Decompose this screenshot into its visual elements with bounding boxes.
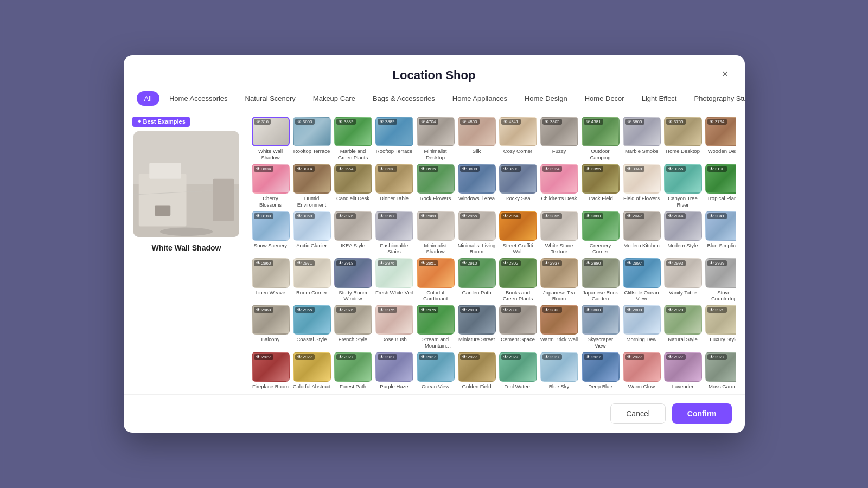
grid-item-44[interactable]: 👁 2910Garden Path — [458, 258, 496, 302]
grid-item-label-54: French Style — [339, 336, 367, 342]
grid-item-17[interactable]: 👁 3515Rock Flowers — [417, 164, 455, 208]
tab-photography-studio[interactable]: Photography Studio — [686, 91, 744, 106]
grid-item-52[interactable]: 👁 2960Balcony — [252, 305, 290, 349]
grid-item-56[interactable]: 👁 2975Stream and Mountain Serenity — [417, 305, 455, 349]
grid-item-3[interactable]: 👁 3889Rooftop Terrace — [375, 117, 413, 160]
grid-item-55[interactable]: 👁 2975Rose Bush — [375, 305, 413, 349]
grid-item-75[interactable]: 👁 2927Lavender — [664, 352, 702, 389]
grid-item-19[interactable]: 👁 3608Rocky Sea — [499, 164, 537, 208]
tab-makeup-care[interactable]: Makeup Care — [305, 91, 363, 106]
tab-home-appliances[interactable]: Home Appliances — [445, 91, 515, 106]
grid-item-0[interactable]: 👁 316White Wall Shadow — [252, 117, 290, 160]
tab-bags-accessories[interactable]: Bags & Accessories — [365, 91, 443, 106]
tab-home-decor[interactable]: Home Decor — [577, 91, 632, 106]
grid-item-label-18: Windowsill Area — [458, 195, 495, 201]
grid-item-11[interactable]: 👁 3794Wooden Desk — [705, 117, 736, 160]
grid-item-30[interactable]: 👁 2968Minimalist Shadow — [417, 211, 455, 255]
grid-item-29[interactable]: 👁 2997Fashionable Stairs — [375, 211, 413, 255]
grid-item-label-37: Blue Simplicity — [707, 242, 736, 248]
grid-item-63[interactable]: 👁 2929Luxury Style — [705, 305, 736, 349]
grid-item-60[interactable]: 👁 2800Skyscraper View — [582, 305, 620, 349]
grid-item-65[interactable]: 👁 2927Fireplace Room — [252, 352, 290, 389]
grid-item-46[interactable]: 👁 2937Japanese Tea Room — [540, 258, 578, 302]
grid-item-22[interactable]: 👁 3348Field of Flowers — [623, 164, 661, 208]
tab-natural-scenery[interactable]: Natural Scenery — [238, 91, 303, 106]
grid-item-54[interactable]: 👁 2976French Style — [334, 305, 372, 349]
grid-item-49[interactable]: 👁 2993Vanity Table — [664, 258, 702, 302]
grid-item-26[interactable]: 👁 3180Snow Scenery — [252, 211, 290, 255]
grid-item-66[interactable]: 👁 2927Colorful Abstract — [293, 352, 331, 389]
grid-item-43[interactable]: 👁 2951Colorful Cardboard — [417, 258, 455, 302]
grid-item-71[interactable]: 👁 2927Teal Waters — [499, 352, 537, 389]
confirm-button[interactable]: Confirm — [672, 403, 732, 424]
grid-item-8[interactable]: 👁 4381Outdoor Camping — [582, 117, 620, 160]
grid-item-label-7: Fuzzy — [552, 148, 566, 154]
grid-item-21[interactable]: 👁 3355Track Field — [582, 164, 620, 208]
grid-item-23[interactable]: 👁 3355Canyon Tree River — [664, 164, 702, 208]
grid-item-35[interactable]: 👁 2047Modern Kitchen — [623, 211, 661, 255]
grid-item-36[interactable]: 👁 2044Modern Style — [664, 211, 702, 255]
tab-home-accessories[interactable]: Home Accessories — [162, 91, 235, 106]
grid-item-28[interactable]: 👁 2976IKEA Style — [334, 211, 372, 255]
grid-item-7[interactable]: 👁 3805Fuzzy — [540, 117, 578, 160]
grid-item-42[interactable]: 👁 2976Fresh White Veil — [375, 258, 413, 302]
grid-item-37[interactable]: 👁 2041Blue Simplicity — [705, 211, 736, 255]
grid-item-13[interactable]: 👁 3834Cherry Blossoms — [252, 164, 290, 208]
grid-item-50[interactable]: 👁 2929Stove Countertop — [705, 258, 736, 302]
grid-item-5[interactable]: 👁 4850Silk — [458, 117, 496, 160]
grid-item-27[interactable]: 👁 3058Arctic Glacier — [293, 211, 331, 255]
grid-item-41[interactable]: 👁 2918Study Room Window — [334, 258, 372, 302]
grid-item-45[interactable]: 👁 2802Books and Green Plants — [499, 258, 537, 302]
grid-item-74[interactable]: 👁 2927Warm Glow — [623, 352, 661, 389]
grid-item-40[interactable]: 👁 2971Room Corner — [293, 258, 331, 302]
grid-item-9[interactable]: 👁 3865Marble Smoke — [623, 117, 661, 160]
grid-item-70[interactable]: 👁 2927Golden Field — [458, 352, 496, 389]
tab-all[interactable]: All — [137, 91, 159, 106]
cancel-button[interactable]: Cancel — [610, 403, 666, 424]
preview-panel: ✦ Best Examples White Wall Shadow — [132, 112, 241, 394]
grid-item-label-49: Vanity Table — [669, 290, 697, 296]
grid-item-4[interactable]: 👁 4704Minimalist Desktop — [417, 117, 455, 160]
grid-item-48[interactable]: 👁 2997Cliffside Ocean View — [623, 258, 661, 302]
tab-light-effect[interactable]: Light Effect — [634, 91, 685, 106]
grid-item-18[interactable]: 👁 3808Windowsill Area — [458, 164, 496, 208]
grid-item-label-32: Street Graffiti Wall — [499, 242, 537, 255]
grid-item-47[interactable]: 👁 2880Japanese Rock Garden — [582, 258, 620, 302]
grid-item-61[interactable]: 👁 2809Morning Dew — [623, 305, 661, 349]
grid-item-label-60: Skyscraper View — [582, 336, 620, 349]
grid-item-label-46: Japanese Tea Room — [540, 290, 578, 302]
grid-item-2[interactable]: 👁 3889Marble and Green Plants — [334, 117, 372, 160]
grid-item-68[interactable]: 👁 2927Purple Haze — [375, 352, 413, 389]
grid-item-72[interactable]: 👁 2927Blue Sky — [540, 352, 578, 389]
grid-item-label-23: Canyon Tree River — [664, 195, 702, 208]
grid-item-31[interactable]: 👁 2965Minimalist Living Room — [458, 211, 496, 255]
grid-item-58[interactable]: 👁 2800Cement Space — [499, 305, 537, 349]
grid-item-15[interactable]: 👁 3654Candlelit Desk — [334, 164, 372, 208]
grid-item-label-14: Humid Environment — [293, 195, 331, 208]
grid-item-label-5: Silk — [473, 148, 481, 154]
grid-item-34[interactable]: 👁 2880Greenery Corner — [582, 211, 620, 255]
grid-item-14[interactable]: 👁 3814Humid Environment — [293, 164, 331, 208]
grid-item-62[interactable]: 👁 2929Natural Style — [664, 305, 702, 349]
grid-item-label-30: Minimalist Shadow — [417, 242, 455, 255]
grid-item-39[interactable]: 👁 2960Linen Weave — [252, 258, 290, 302]
grid-item-33[interactable]: 👁 2895White Stone Texture — [540, 211, 578, 255]
grid-item-59[interactable]: 👁 2803Warm Brick Wall — [540, 305, 578, 349]
grid-item-1[interactable]: 👁 3600Rooftop Terrace — [293, 117, 331, 160]
grid-item-53[interactable]: 👁 2955Coastal Style — [293, 305, 331, 349]
grid-item-69[interactable]: 👁 2927Ocean View — [417, 352, 455, 389]
close-button[interactable]: × — [717, 65, 734, 82]
grid-item-32[interactable]: 👁 2954Street Graffiti Wall — [499, 211, 537, 255]
grid-item-6[interactable]: 👁 4341Cozy Corner — [499, 117, 537, 160]
grid-item-16[interactable]: 👁 3638Dinner Table — [375, 164, 413, 208]
tab-home-design[interactable]: Home Design — [517, 91, 575, 106]
grid-item-76[interactable]: 👁 2927Moss Garden — [705, 352, 736, 389]
grid-item-24[interactable]: 👁 3190Tropical Plants — [705, 164, 736, 208]
grid-item-label-42: Fresh White Veil — [375, 290, 413, 296]
grid-item-57[interactable]: 👁 2910Miniature Street — [458, 305, 496, 349]
grid-item-67[interactable]: 👁 2927Forest Path — [334, 352, 372, 389]
grid-item-10[interactable]: 👁 3755Home Desktop — [664, 117, 702, 160]
grid-item-label-66: Colorful Abstract — [293, 383, 331, 389]
grid-item-20[interactable]: 👁 3924Children's Desk — [540, 164, 578, 208]
grid-item-73[interactable]: 👁 2927Deep Blue — [582, 352, 620, 389]
